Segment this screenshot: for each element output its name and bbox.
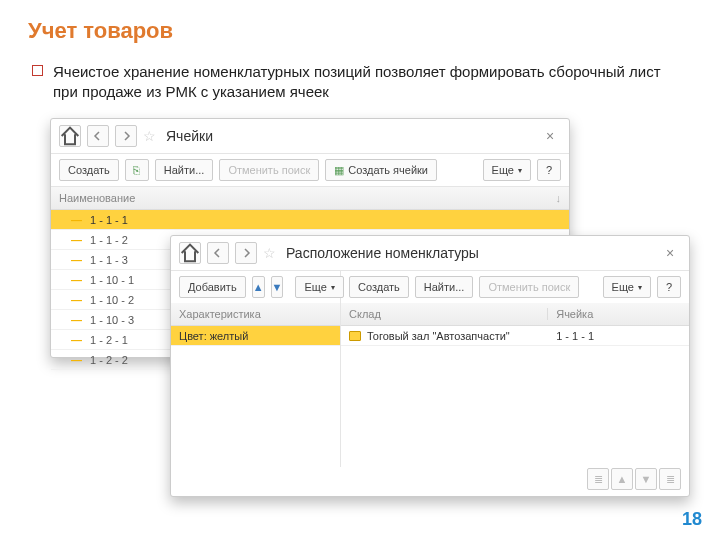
row-label: 1 - 1 - 1 (90, 214, 128, 226)
move-down-button[interactable]: ▼ (271, 276, 284, 298)
pane-locations: Создать Найти... Отменить поиск Еще ▾ ? … (341, 271, 689, 467)
row-icon: — (71, 354, 82, 366)
favorite-star-icon[interactable]: ☆ (263, 245, 276, 261)
bullet-marker (32, 65, 43, 76)
row-label: 1 - 10 - 2 (90, 294, 134, 306)
row-label: 1 - 10 - 3 (90, 314, 134, 326)
help-button[interactable]: ? (657, 276, 681, 298)
warehouse-value: Тоговый зал "Автозапчасти" (367, 330, 510, 342)
nav-first-button[interactable]: ≣ (587, 468, 609, 490)
find-button[interactable]: Найти... (415, 276, 474, 298)
create-cells-button[interactable]: ▦Создать ячейки (325, 159, 437, 181)
slide-title: Учет товаров (28, 18, 173, 44)
right-column-headers: Склад Ячейка (341, 303, 689, 326)
row-label: 1 - 1 - 2 (90, 234, 128, 246)
column-warehouse[interactable]: Склад (349, 308, 548, 320)
bullet-text: Ячеистое хранение номенклатурных позиций… (53, 62, 672, 101)
titlebar: ☆ Расположение номенклатуры × (171, 236, 689, 271)
forward-button[interactable] (235, 242, 257, 264)
row-icon: — (71, 334, 82, 346)
window-title: Расположение номенклатуры (286, 245, 653, 261)
row-label: 1 - 1 - 3 (90, 254, 128, 266)
create-button[interactable]: Создать (349, 276, 409, 298)
find-button[interactable]: Найти... (155, 159, 214, 181)
more-button[interactable]: Еще ▾ (483, 159, 531, 181)
panes: Добавить ▲ ▼ Еще ▾ Характеристика Цвет: … (171, 271, 689, 467)
left-toolbar: Добавить ▲ ▼ Еще ▾ (171, 271, 340, 303)
row-label: 1 - 10 - 1 (90, 274, 134, 286)
table-row[interactable]: —1 - 1 - 1 (51, 210, 569, 230)
sort-indicator-icon: ↓ (556, 192, 562, 204)
favorite-star-icon[interactable]: ☆ (143, 128, 156, 144)
nav-next-button[interactable]: ▼ (635, 468, 657, 490)
toolbar: Создать ⎘ Найти... Отменить поиск ▦Созда… (51, 154, 569, 187)
close-button[interactable]: × (659, 242, 681, 264)
row-label: 1 - 2 - 2 (90, 354, 128, 366)
row-label: 1 - 2 - 1 (90, 334, 128, 346)
cell-value: 1 - 1 - 1 (548, 330, 681, 342)
cancel-find-button[interactable]: Отменить поиск (219, 159, 319, 181)
home-button[interactable] (179, 242, 201, 264)
add-button[interactable]: Добавить (179, 276, 246, 298)
help-button[interactable]: ? (537, 159, 561, 181)
back-button[interactable] (207, 242, 229, 264)
titlebar: ☆ Ячейки × (51, 119, 569, 154)
create-button[interactable]: Создать (59, 159, 119, 181)
location-row[interactable]: Тоговый зал "Автозапчасти" 1 - 1 - 1 (341, 326, 689, 346)
window-title: Ячейки (166, 128, 533, 144)
move-up-button[interactable]: ▲ (252, 276, 265, 298)
column-cell[interactable]: Ячейка (548, 308, 681, 320)
footer-nav: ≣ ▲ ▼ ≣ (587, 468, 681, 490)
characteristic-row[interactable]: Цвет: желтый (171, 326, 340, 346)
more-button[interactable]: Еще ▾ (295, 276, 343, 298)
row-icon: — (71, 214, 82, 226)
back-button[interactable] (87, 125, 109, 147)
page-number: 18 (682, 509, 702, 530)
row-icon: — (71, 274, 82, 286)
home-button[interactable] (59, 125, 81, 147)
row-icon: — (71, 254, 82, 266)
column-name: Наименование (59, 192, 135, 204)
window-placement: ☆ Расположение номенклатуры × Добавить ▲… (170, 235, 690, 497)
forward-button[interactable] (115, 125, 137, 147)
grid-header[interactable]: Наименование ↓ (51, 187, 569, 210)
left-column-header[interactable]: Характеристика (171, 303, 340, 326)
right-toolbar: Создать Найти... Отменить поиск Еще ▾ ? (341, 271, 689, 303)
nav-prev-button[interactable]: ▲ (611, 468, 633, 490)
bullet-row: Ячеистое хранение номенклатурных позиций… (32, 62, 672, 101)
pane-characteristics: Добавить ▲ ▼ Еще ▾ Характеристика Цвет: … (171, 271, 341, 467)
close-button[interactable]: × (539, 125, 561, 147)
nav-last-button[interactable]: ≣ (659, 468, 681, 490)
more-button[interactable]: Еще ▾ (603, 276, 651, 298)
row-icon: — (71, 234, 82, 246)
row-icon: — (71, 294, 82, 306)
row-icon: — (71, 314, 82, 326)
warehouse-icon (349, 331, 361, 341)
cancel-find-button[interactable]: Отменить поиск (479, 276, 579, 298)
copy-button[interactable]: ⎘ (125, 159, 149, 181)
